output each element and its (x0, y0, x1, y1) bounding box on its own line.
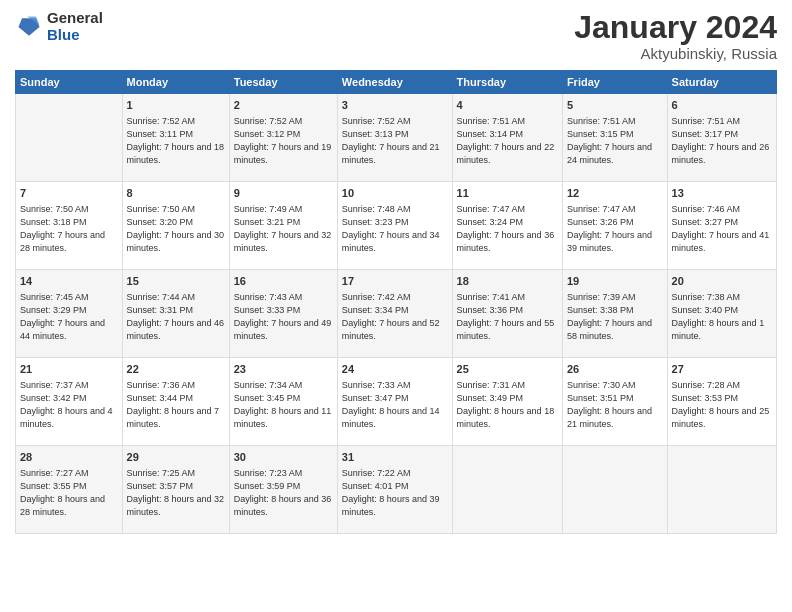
day-info: Sunrise: 7:28 AMSunset: 3:53 PMDaylight:… (672, 379, 772, 431)
day-info: Sunrise: 7:39 AMSunset: 3:38 PMDaylight:… (567, 291, 663, 343)
calendar-table: Sunday Monday Tuesday Wednesday Thursday… (15, 70, 777, 534)
logo: General Blue (15, 10, 103, 43)
day-info: Sunrise: 7:49 AMSunset: 3:21 PMDaylight:… (234, 203, 333, 255)
page: General Blue January 2024 Aktyubinskiy, … (0, 0, 792, 612)
calendar-cell: 21Sunrise: 7:37 AMSunset: 3:42 PMDayligh… (16, 358, 123, 446)
day-info: Sunrise: 7:51 AMSunset: 3:17 PMDaylight:… (672, 115, 772, 167)
day-info: Sunrise: 7:23 AMSunset: 3:59 PMDaylight:… (234, 467, 333, 519)
day-number: 10 (342, 186, 448, 201)
day-number: 11 (457, 186, 558, 201)
day-info: Sunrise: 7:51 AMSunset: 3:15 PMDaylight:… (567, 115, 663, 167)
calendar-header: Sunday Monday Tuesday Wednesday Thursday… (16, 71, 777, 94)
day-info: Sunrise: 7:33 AMSunset: 3:47 PMDaylight:… (342, 379, 448, 431)
calendar-cell (16, 94, 123, 182)
calendar-cell: 13Sunrise: 7:46 AMSunset: 3:27 PMDayligh… (667, 182, 776, 270)
day-info: Sunrise: 7:27 AMSunset: 3:55 PMDaylight:… (20, 467, 118, 519)
day-number: 14 (20, 274, 118, 289)
calendar-cell: 20Sunrise: 7:38 AMSunset: 3:40 PMDayligh… (667, 270, 776, 358)
calendar-cell: 10Sunrise: 7:48 AMSunset: 3:23 PMDayligh… (337, 182, 452, 270)
calendar-cell: 3Sunrise: 7:52 AMSunset: 3:13 PMDaylight… (337, 94, 452, 182)
day-info: Sunrise: 7:41 AMSunset: 3:36 PMDaylight:… (457, 291, 558, 343)
calendar-cell: 25Sunrise: 7:31 AMSunset: 3:49 PMDayligh… (452, 358, 562, 446)
day-number: 26 (567, 362, 663, 377)
day-number: 16 (234, 274, 333, 289)
week-row-0: 1Sunrise: 7:52 AMSunset: 3:11 PMDaylight… (16, 94, 777, 182)
calendar-cell: 23Sunrise: 7:34 AMSunset: 3:45 PMDayligh… (229, 358, 337, 446)
calendar-cell: 1Sunrise: 7:52 AMSunset: 3:11 PMDaylight… (122, 94, 229, 182)
day-info: Sunrise: 7:46 AMSunset: 3:27 PMDaylight:… (672, 203, 772, 255)
day-number: 31 (342, 450, 448, 465)
calendar-cell: 30Sunrise: 7:23 AMSunset: 3:59 PMDayligh… (229, 446, 337, 534)
header: General Blue January 2024 Aktyubinskiy, … (15, 10, 777, 62)
header-sunday: Sunday (16, 71, 123, 94)
day-number: 13 (672, 186, 772, 201)
calendar-cell: 28Sunrise: 7:27 AMSunset: 3:55 PMDayligh… (16, 446, 123, 534)
day-number: 20 (672, 274, 772, 289)
day-info: Sunrise: 7:52 AMSunset: 3:11 PMDaylight:… (127, 115, 225, 167)
day-info: Sunrise: 7:44 AMSunset: 3:31 PMDaylight:… (127, 291, 225, 343)
day-number: 25 (457, 362, 558, 377)
month-title: January 2024 (574, 10, 777, 45)
day-info: Sunrise: 7:34 AMSunset: 3:45 PMDaylight:… (234, 379, 333, 431)
day-number: 1 (127, 98, 225, 113)
header-saturday: Saturday (667, 71, 776, 94)
day-info: Sunrise: 7:48 AMSunset: 3:23 PMDaylight:… (342, 203, 448, 255)
day-info: Sunrise: 7:52 AMSunset: 3:13 PMDaylight:… (342, 115, 448, 167)
day-number: 21 (20, 362, 118, 377)
day-number: 3 (342, 98, 448, 113)
location-title: Aktyubinskiy, Russia (574, 45, 777, 62)
header-monday: Monday (122, 71, 229, 94)
calendar-cell (562, 446, 667, 534)
day-info: Sunrise: 7:43 AMSunset: 3:33 PMDaylight:… (234, 291, 333, 343)
calendar-cell (667, 446, 776, 534)
calendar-cell: 26Sunrise: 7:30 AMSunset: 3:51 PMDayligh… (562, 358, 667, 446)
calendar-cell: 16Sunrise: 7:43 AMSunset: 3:33 PMDayligh… (229, 270, 337, 358)
calendar-cell: 22Sunrise: 7:36 AMSunset: 3:44 PMDayligh… (122, 358, 229, 446)
day-number: 30 (234, 450, 333, 465)
week-row-3: 21Sunrise: 7:37 AMSunset: 3:42 PMDayligh… (16, 358, 777, 446)
calendar-cell: 7Sunrise: 7:50 AMSunset: 3:18 PMDaylight… (16, 182, 123, 270)
day-number: 23 (234, 362, 333, 377)
day-number: 12 (567, 186, 663, 201)
day-number: 6 (672, 98, 772, 113)
calendar-cell: 31Sunrise: 7:22 AMSunset: 4:01 PMDayligh… (337, 446, 452, 534)
calendar-cell: 17Sunrise: 7:42 AMSunset: 3:34 PMDayligh… (337, 270, 452, 358)
day-number: 24 (342, 362, 448, 377)
logo-text: General Blue (47, 10, 103, 43)
day-number: 22 (127, 362, 225, 377)
day-info: Sunrise: 7:36 AMSunset: 3:44 PMDaylight:… (127, 379, 225, 431)
day-number: 29 (127, 450, 225, 465)
header-row: Sunday Monday Tuesday Wednesday Thursday… (16, 71, 777, 94)
calendar-cell: 24Sunrise: 7:33 AMSunset: 3:47 PMDayligh… (337, 358, 452, 446)
calendar-cell: 11Sunrise: 7:47 AMSunset: 3:24 PMDayligh… (452, 182, 562, 270)
day-info: Sunrise: 7:31 AMSunset: 3:49 PMDaylight:… (457, 379, 558, 431)
calendar-cell: 14Sunrise: 7:45 AMSunset: 3:29 PMDayligh… (16, 270, 123, 358)
header-wednesday: Wednesday (337, 71, 452, 94)
day-info: Sunrise: 7:30 AMSunset: 3:51 PMDaylight:… (567, 379, 663, 431)
week-row-4: 28Sunrise: 7:27 AMSunset: 3:55 PMDayligh… (16, 446, 777, 534)
calendar-cell: 27Sunrise: 7:28 AMSunset: 3:53 PMDayligh… (667, 358, 776, 446)
day-info: Sunrise: 7:22 AMSunset: 4:01 PMDaylight:… (342, 467, 448, 519)
day-info: Sunrise: 7:45 AMSunset: 3:29 PMDaylight:… (20, 291, 118, 343)
calendar-cell: 19Sunrise: 7:39 AMSunset: 3:38 PMDayligh… (562, 270, 667, 358)
day-number: 9 (234, 186, 333, 201)
calendar-cell: 18Sunrise: 7:41 AMSunset: 3:36 PMDayligh… (452, 270, 562, 358)
calendar-cell: 2Sunrise: 7:52 AMSunset: 3:12 PMDaylight… (229, 94, 337, 182)
day-number: 4 (457, 98, 558, 113)
day-info: Sunrise: 7:51 AMSunset: 3:14 PMDaylight:… (457, 115, 558, 167)
calendar-cell: 12Sunrise: 7:47 AMSunset: 3:26 PMDayligh… (562, 182, 667, 270)
calendar-cell: 6Sunrise: 7:51 AMSunset: 3:17 PMDaylight… (667, 94, 776, 182)
week-row-2: 14Sunrise: 7:45 AMSunset: 3:29 PMDayligh… (16, 270, 777, 358)
header-thursday: Thursday (452, 71, 562, 94)
calendar-body: 1Sunrise: 7:52 AMSunset: 3:11 PMDaylight… (16, 94, 777, 534)
logo-icon (15, 13, 43, 41)
title-block: January 2024 Aktyubinskiy, Russia (574, 10, 777, 62)
day-number: 19 (567, 274, 663, 289)
day-number: 17 (342, 274, 448, 289)
day-info: Sunrise: 7:37 AMSunset: 3:42 PMDaylight:… (20, 379, 118, 431)
day-info: Sunrise: 7:52 AMSunset: 3:12 PMDaylight:… (234, 115, 333, 167)
day-number: 7 (20, 186, 118, 201)
header-tuesday: Tuesday (229, 71, 337, 94)
calendar-cell: 5Sunrise: 7:51 AMSunset: 3:15 PMDaylight… (562, 94, 667, 182)
calendar-cell (452, 446, 562, 534)
